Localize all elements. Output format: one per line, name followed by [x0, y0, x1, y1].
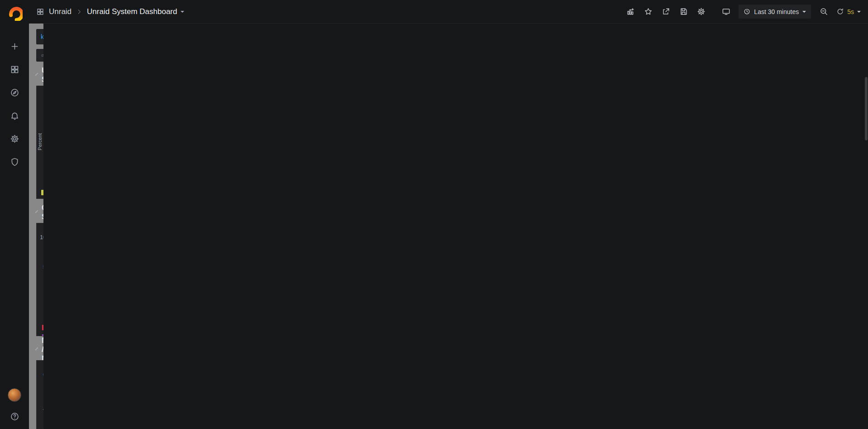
series-color-swatch: [41, 190, 43, 195]
page-title: Unraid System Dashboard: [87, 7, 177, 16]
variable-label: kWh Price: [36, 29, 43, 44]
breadcrumb: Unraid Unraid System Dashboard: [36, 7, 184, 16]
section-title: CPU Stats: [42, 203, 43, 222]
legend-item-ups-load[interactable]: UPS Load Min: 17% Max: 32% Avg: 20%: [41, 189, 43, 196]
refresh-icon: [836, 8, 844, 15]
panel-title[interactable]: UPS Load %: [37, 86, 43, 98]
dashboard-title-button[interactable]: Unraid System Dashboard: [87, 7, 184, 16]
legend-header: avg current: [42, 306, 43, 323]
legend-item-core6[interactable]: Core 6 21%39%: [42, 323, 43, 332]
breadcrumb-app[interactable]: Unraid: [49, 7, 72, 16]
sidebar-bottom: [8, 388, 21, 429]
legend-item-core7[interactable]: Core 7 22%33%: [42, 332, 43, 336]
clock-icon: [744, 8, 750, 15]
caret-down-icon: [857, 11, 861, 13]
cycle-view-icon[interactable]: [721, 7, 731, 17]
save-icon[interactable]: [678, 7, 688, 17]
chevron-down-icon: [35, 347, 38, 350]
panel-title[interactable]: Network: [37, 361, 43, 373]
server-admin-icon[interactable]: [9, 156, 20, 167]
y-axis-left: 100%50%0%: [40, 234, 43, 300]
variable-kwh-price[interactable]: kWh Price 0.65: [36, 29, 43, 44]
caret-down-icon: [181, 11, 184, 13]
link-grafana-plex-theme[interactable]: Grafana Plex Theme: [36, 49, 43, 62]
series-color-swatch: [42, 334, 43, 336]
time-range-label: Last 30 minutes: [754, 8, 799, 15]
configuration-icon[interactable]: [9, 133, 20, 144]
legend: avg current Core 6 21%39% Core 7 22%33%: [37, 306, 43, 336]
y-axis-left: 6.0 MBs4.0 MBs2.0 MBs: [40, 371, 43, 429]
create-icon[interactable]: [9, 41, 20, 52]
explore-icon[interactable]: [9, 87, 20, 98]
main-area: Unraid Unraid System Dashboard Last 30 m…: [29, 0, 868, 429]
dashboard-content: kWh Price 0.65 Currency kr UPS Max Outpu…: [29, 24, 43, 429]
panel-title[interactable]: CPU 1: [37, 223, 43, 236]
grafana-logo[interactable]: [6, 5, 23, 21]
section-title: Network / Memory: [42, 336, 43, 363]
user-avatar[interactable]: [8, 388, 21, 402]
section-title: UPS Stats: [42, 66, 43, 84]
series-color-swatch: [42, 325, 43, 330]
top-navbar: Unraid Unraid System Dashboard Last 30 m…: [29, 0, 868, 24]
chevron-down-icon: [35, 210, 38, 213]
share-icon[interactable]: [661, 7, 671, 17]
legend: UPS Load Min: 17% Max: 32% Avg: 20% Watt…: [37, 188, 43, 198]
refresh-button[interactable]: 5s: [836, 8, 861, 15]
panel-cpu1: Last 30 minutes CPU 1 100%50%0% 19:5019:…: [36, 223, 43, 336]
chevron-right-icon: [76, 9, 82, 15]
external-link-icon: [41, 53, 43, 58]
page-scrollbar[interactable]: [864, 24, 868, 429]
dashboards-icon[interactable]: [9, 64, 20, 75]
panel-ups-load: Last 12 hours UPS Load % Percent Watts 3…: [36, 86, 43, 199]
scrollbar-thumb[interactable]: [865, 77, 868, 140]
panel-network: Last 30 minutes Network 6.0 MBs4.0 MBs2.…: [36, 360, 43, 429]
sidebar-menu: [9, 41, 20, 167]
sidebar: [0, 0, 29, 429]
zoom-out-icon[interactable]: [819, 7, 829, 17]
navbar-actions: Last 30 minutes 5s: [625, 5, 861, 19]
add-panel-icon[interactable]: [625, 7, 635, 17]
dashboard-grid-icon: [36, 8, 44, 16]
caret-down-icon: [802, 11, 806, 13]
help-icon[interactable]: [9, 411, 20, 422]
y-axis-title-left: Percent: [37, 133, 43, 150]
star-icon[interactable]: [643, 7, 653, 17]
settings-icon[interactable]: [696, 7, 706, 17]
refresh-interval-label[interactable]: 5s: [847, 8, 854, 15]
time-range-picker[interactable]: Last 30 minutes: [739, 5, 811, 19]
alerting-icon[interactable]: [9, 110, 20, 121]
chevron-down-icon: [35, 72, 38, 76]
